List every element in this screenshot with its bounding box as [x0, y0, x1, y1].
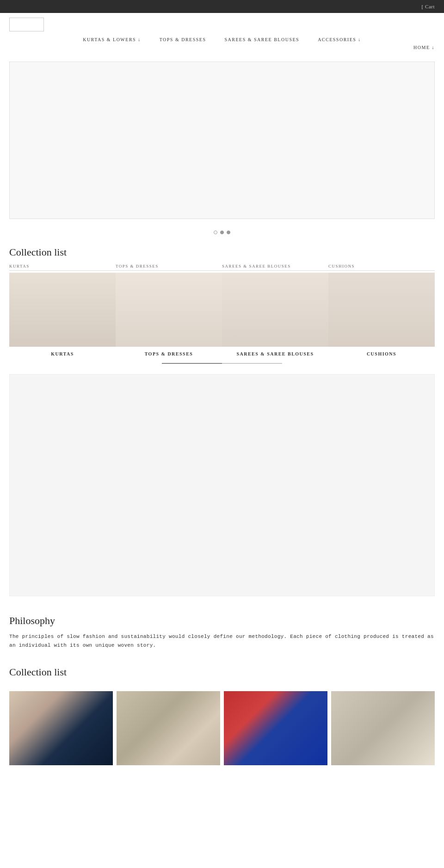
top-bar: [ Cart	[0, 0, 444, 13]
nav-sarees[interactable]: SAREES & SAREE BLOUSES	[225, 37, 300, 42]
collection-bottom-label-sarees: SAREES & SAREE BLOUSES	[222, 347, 328, 359]
dot-3[interactable]	[227, 231, 230, 234]
bottom-collection-item-3[interactable]	[224, 691, 327, 765]
bottom-collection-grid	[0, 682, 444, 770]
logo[interactable]	[9, 18, 44, 31]
philosophy-section: Philosophy The principles of slow fashio…	[0, 601, 444, 659]
philosophy-text: The principles of slow fashion and susta…	[9, 632, 435, 649]
main-nav: KURTAS & LOWERS ↓ TOPS & DRESSES SAREES …	[0, 31, 444, 45]
nav-accessories[interactable]: ACCESSORIES ↓	[318, 37, 361, 42]
collection-image-tops	[116, 273, 222, 347]
collection-item-tops[interactable]: TOPS & DRESSES TOPS & DRESSES	[116, 262, 222, 359]
large-image-section	[9, 374, 435, 596]
collection-image-sarees	[222, 273, 328, 347]
collection-image-kurtas	[9, 273, 116, 347]
collection-item-cushions[interactable]: CUSHIONS CUSHIONS	[328, 262, 435, 359]
collection-item-sarees[interactable]: SAREES & SAREE BLOUSES SAREES & SAREE BL…	[222, 262, 328, 359]
collection-top-label-sarees: SAREES & SAREE BLOUSES	[222, 262, 328, 271]
collection-top-label-cushions: CUSHIONS	[328, 262, 435, 271]
dot-2[interactable]	[220, 231, 224, 234]
collection-image-cushions	[328, 273, 435, 347]
hero-dots	[0, 226, 444, 239]
collection-list-heading-1: Collection list	[0, 239, 444, 262]
scroll-bar	[162, 363, 282, 364]
collection-bottom-label-kurtas: KURTAS	[9, 347, 116, 359]
bottom-collection-item-2[interactable]	[117, 691, 220, 765]
collection-bottom-label-tops: TOPS & DRESSES	[116, 347, 222, 359]
hero-slideshow[interactable]	[9, 62, 435, 219]
home-nav-area: HOME ↓	[0, 45, 444, 55]
bottom-collection-item-1[interactable]	[9, 691, 113, 765]
scroll-indicator	[0, 359, 444, 369]
collection-top-label-kurtas: KURTAS	[9, 262, 116, 271]
dot-1[interactable]	[214, 231, 217, 234]
nav-home[interactable]: HOME ↓	[413, 45, 435, 50]
logo-nav-area	[0, 13, 444, 31]
nav-tops-dresses[interactable]: TOPS & DRESSES	[160, 37, 206, 42]
collection-list-heading-2: Collection list	[0, 659, 444, 682]
collection-top-label-tops: TOPS & DRESSES	[116, 262, 222, 271]
bottom-collection-item-4[interactable]	[331, 691, 435, 765]
collection-grid-top: KURTAS KURTAS TOPS & DRESSES TOPS & DRES…	[0, 262, 444, 359]
nav-kurtas-lowers[interactable]: KURTAS & LOWERS ↓	[83, 37, 141, 42]
scroll-thumb	[162, 363, 222, 364]
collection-bottom-label-cushions: CUSHIONS	[328, 347, 435, 359]
cart-link[interactable]: Cart	[425, 4, 435, 9]
philosophy-heading: Philosophy	[9, 615, 435, 627]
collection-item-kurtas[interactable]: KURTAS KURTAS	[9, 262, 116, 359]
cart-separator: [	[421, 4, 423, 9]
